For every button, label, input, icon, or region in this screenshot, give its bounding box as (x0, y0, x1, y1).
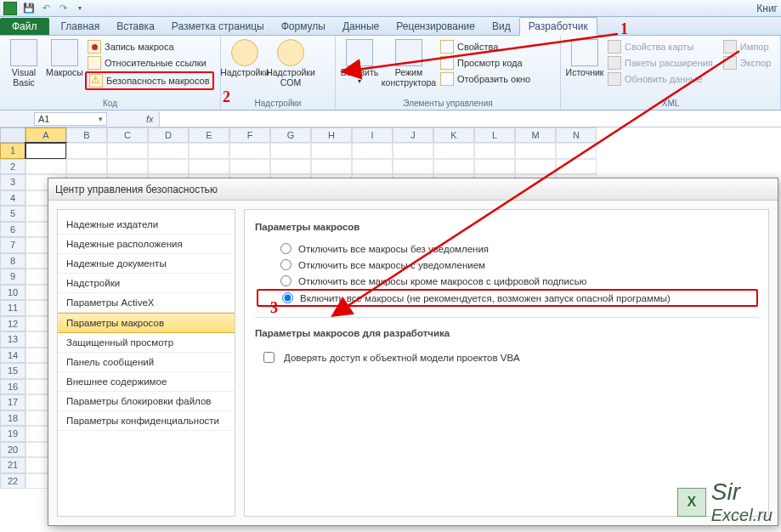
tab-home[interactable]: Главная (53, 18, 109, 35)
cell-B2[interactable] (66, 159, 107, 175)
row-header-12[interactable]: 12 (0, 316, 25, 332)
formula-input[interactable] (159, 111, 781, 127)
trust-vba-checkbox[interactable] (263, 352, 274, 363)
row-header-10[interactable]: 10 (0, 285, 25, 301)
col-header-M[interactable]: M (515, 127, 556, 143)
row-header-17[interactable]: 17 (0, 394, 25, 410)
cell-G1[interactable] (270, 143, 311, 159)
col-header-F[interactable]: F (229, 127, 270, 143)
row-header-7[interactable]: 7 (0, 237, 25, 253)
macro-radio-2[interactable]: Отключить все макросы кроме макросов с ц… (255, 273, 758, 289)
tab-formulas[interactable]: Формулы (273, 18, 334, 35)
col-header-H[interactable]: H (311, 127, 352, 143)
qat-dropdown-icon[interactable]: ▾ (73, 2, 87, 15)
cell-E1[interactable] (189, 143, 229, 159)
macro-radio-3[interactable]: Включить все макросы (не рекомендуется, … (257, 289, 758, 307)
row-header-4[interactable]: 4 (0, 190, 25, 207)
redo-icon[interactable]: ↷ (56, 2, 70, 15)
cell-N2[interactable] (556, 159, 597, 175)
cell-H2[interactable] (311, 159, 352, 175)
cell-L2[interactable] (474, 159, 515, 175)
macro-security-button[interactable]: Безопасность макросов (85, 71, 214, 90)
cell-C2[interactable] (107, 159, 148, 175)
macro-radio-0[interactable]: Отключить все макросы без уведомления (255, 241, 758, 257)
row-header-5[interactable]: 5 (0, 206, 25, 222)
nav-item-9[interactable]: Параметры блокировки файлов (58, 392, 235, 411)
macro-radio-input-1[interactable] (280, 259, 291, 270)
macro-radio-input-3[interactable] (282, 292, 293, 303)
cell-F2[interactable] (229, 159, 270, 175)
record-macro-button[interactable]: Запись макроса (85, 39, 214, 54)
com-addins-button[interactable]: Надстройки COM (265, 37, 316, 89)
macro-radio-input-2[interactable] (280, 275, 291, 286)
cell-A2[interactable] (25, 159, 66, 175)
row-header-13[interactable]: 13 (0, 331, 25, 348)
nav-item-5[interactable]: Параметры макросов (58, 313, 235, 333)
cell-G2[interactable] (270, 159, 311, 175)
row-header-16[interactable]: 16 (0, 379, 25, 395)
col-header-N[interactable]: N (556, 127, 597, 143)
col-header-B[interactable]: B (66, 127, 107, 143)
cell-H1[interactable] (311, 143, 352, 159)
cell-A1[interactable] (25, 143, 66, 159)
row-header-18[interactable]: 18 (0, 410, 25, 427)
nav-item-4[interactable]: Параметры ActiveX (58, 293, 235, 313)
nav-item-7[interactable]: Панель сообщений (58, 353, 235, 372)
col-header-I[interactable]: I (352, 127, 393, 143)
cell-D2[interactable] (148, 159, 189, 175)
cell-L1[interactable] (474, 143, 515, 159)
col-header-D[interactable]: D (148, 127, 189, 143)
cell-I1[interactable] (352, 143, 393, 159)
tab-view[interactable]: Вид (484, 18, 519, 35)
nav-item-10[interactable]: Параметры конфиденциальности (58, 411, 235, 431)
row-header-15[interactable]: 15 (0, 363, 25, 379)
cell-D1[interactable] (148, 143, 189, 159)
source-button[interactable]: Источник (564, 37, 605, 80)
nav-item-3[interactable]: Надстройки (58, 274, 235, 293)
addins-button[interactable]: Надстройки (224, 37, 265, 80)
col-header-C[interactable]: C (107, 127, 148, 143)
col-header-L[interactable]: L (474, 127, 515, 143)
cell-J2[interactable] (393, 159, 433, 175)
row-header-19[interactable]: 19 (0, 426, 25, 442)
tab-page-layout[interactable]: Разметка страницы (163, 18, 273, 35)
properties-button[interactable]: Свойства (438, 39, 533, 54)
fx-icon[interactable]: fx (141, 114, 159, 124)
nav-item-2[interactable]: Надежные документы (58, 254, 235, 274)
tab-developer[interactable]: Разработчик (519, 17, 597, 36)
tab-insert[interactable]: Вставка (108, 18, 163, 35)
row-header-2[interactable]: 2 (0, 159, 25, 175)
macro-radio-input-0[interactable] (280, 243, 291, 254)
undo-icon[interactable]: ↶ (39, 2, 53, 15)
cell-M2[interactable] (515, 159, 556, 175)
cell-F1[interactable] (229, 143, 270, 159)
cell-K2[interactable] (433, 159, 474, 175)
col-header-G[interactable]: G (270, 127, 311, 143)
cell-N1[interactable] (556, 143, 597, 159)
cell-K1[interactable] (433, 143, 474, 159)
nav-item-1[interactable]: Надежные расположения (58, 235, 235, 254)
row-header-11[interactable]: 11 (0, 300, 25, 316)
show-dialog-button[interactable]: Отобразить окно (438, 71, 533, 87)
row-header-1[interactable]: 1 (0, 143, 25, 159)
col-header-A[interactable]: A (25, 127, 66, 143)
cell-C1[interactable] (107, 143, 148, 159)
tab-file[interactable]: Файл (0, 18, 49, 35)
cell-J1[interactable] (393, 143, 433, 159)
nav-item-6[interactable]: Защищенный просмотр (58, 333, 235, 353)
macro-radio-1[interactable]: Отключить все макросы с уведомлением (255, 257, 758, 273)
tab-review[interactable]: Рецензирование (388, 18, 484, 35)
name-box[interactable]: A1 ▾ (34, 112, 107, 126)
row-header-3[interactable]: 3 (0, 174, 25, 190)
macros-button[interactable]: Макросы (44, 37, 85, 80)
row-header-8[interactable]: 8 (0, 253, 25, 269)
design-mode-button[interactable]: Режим конструктора (380, 37, 438, 89)
cell-I2[interactable] (352, 159, 393, 175)
cell-E2[interactable] (189, 159, 229, 175)
col-header-E[interactable]: E (189, 127, 229, 143)
cell-M1[interactable] (515, 143, 556, 159)
tab-data[interactable]: Данные (334, 18, 388, 35)
col-header-J[interactable]: J (393, 127, 433, 143)
view-code-button[interactable]: Просмотр кода (438, 55, 533, 71)
select-all-corner[interactable] (0, 127, 25, 143)
